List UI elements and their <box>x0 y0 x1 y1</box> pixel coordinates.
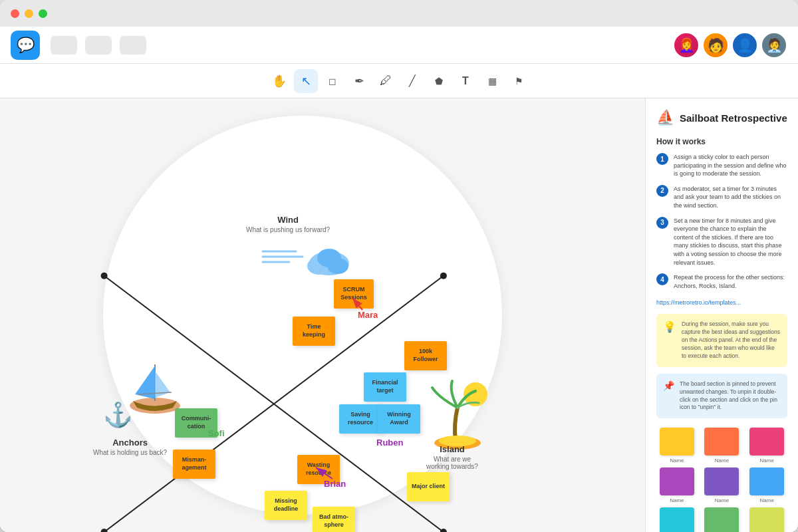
step-list: 1 Assign a sticky color to each person p… <box>656 153 787 290</box>
swatch-item-3[interactable]: Name <box>656 467 698 503</box>
name-ruben: Ruben <box>376 438 403 448</box>
avatar-3[interactable]: 👤 <box>732 32 758 59</box>
avatar-2[interactable]: 🧑 <box>702 32 729 59</box>
step-text-1: Assign a sticky color to each person par… <box>674 153 787 178</box>
app-header: 💬 👩‍🦰 🧑 👤 🧑‍💼 <box>0 27 798 64</box>
header-tab-1[interactable] <box>51 36 77 55</box>
side-panel: ⛵ Sailboat Retrospective How it works 1 … <box>645 98 798 532</box>
wind-label: Wind What is pushing us forward? <box>246 215 330 233</box>
tip-icon: 💡 <box>663 321 676 333</box>
step-text-3: Set a new timer for 8 minutes and give e… <box>674 217 787 267</box>
title-bar <box>0 0 798 27</box>
header-tab-3[interactable] <box>120 36 146 55</box>
step-4: 4 Repeat the process for the other secti… <box>656 273 787 290</box>
swatch-label-1: Name <box>715 458 729 464</box>
step-num-3: 3 <box>656 217 668 229</box>
swatch-color-1 <box>704 428 739 456</box>
app-window: 💬 👩‍🦰 🧑 👤 🧑‍💼 ✋ ↖ ◻ ✒ 🖊 ╱ ⬟ T ▦ ⚑ <box>0 0 798 532</box>
note-tool[interactable]: ⚑ <box>507 69 531 93</box>
panel-title: Sailboat Retrospective <box>680 112 787 124</box>
swatch-color-3 <box>660 467 694 495</box>
minimize-button[interactable] <box>25 9 33 18</box>
step-num-1: 1 <box>656 153 668 165</box>
avatar-4[interactable]: 🧑‍💼 <box>761 32 787 59</box>
pen-tool[interactable]: ✒ <box>347 69 371 93</box>
swatch-item-1[interactable]: Name <box>702 428 743 464</box>
swatch-color-6 <box>660 507 694 532</box>
swatch-label-4: Name <box>715 497 729 503</box>
sticky-tool[interactable]: ▦ <box>480 69 504 93</box>
avatar-1[interactable]: 👩‍🦰 <box>673 32 700 59</box>
text-tool[interactable]: T <box>454 69 477 93</box>
swatch-label-3: Name <box>670 497 684 503</box>
swatch-label-0: Name <box>670 458 684 464</box>
name-brian: Brian <box>324 479 346 489</box>
swatch-color-4 <box>704 467 739 495</box>
hand-tool[interactable]: ✋ <box>267 69 291 93</box>
header-tabs <box>51 36 662 55</box>
sticky-misman[interactable]: Misman-agement <box>173 450 215 479</box>
anchors-label: Anchors What is holding us back? <box>93 438 167 456</box>
tip-text: During the session, make sure you captur… <box>682 321 781 360</box>
swatch-item-6[interactable]: Name <box>656 507 698 532</box>
shape-tool[interactable]: ⬟ <box>427 69 451 93</box>
header-tab-2[interactable] <box>85 36 112 55</box>
step-text-2: As moderator, set a timer for 3 minutes … <box>674 185 787 210</box>
svg-point-5 <box>440 529 447 532</box>
swatch-color-5 <box>749 467 784 495</box>
svg-point-12 <box>317 249 341 267</box>
sticky-financial[interactable]: Financial target <box>364 372 406 402</box>
main-content: Wind What is pushing us forward? <box>0 98 798 532</box>
marker-tool[interactable]: 🖊 <box>374 69 398 93</box>
step-3: 3 Set a new timer for 8 minutes and give… <box>656 217 787 267</box>
panel-icon: ⛵ <box>656 109 674 126</box>
sticky-winning[interactable]: Winning Award <box>378 404 420 434</box>
sticky-major[interactable]: Major client <box>407 472 450 501</box>
cloud-illustration <box>259 238 352 281</box>
swatch-color-2 <box>749 428 784 456</box>
swatch-color-0 <box>660 428 694 456</box>
sticky-missing[interactable]: Missing deadline <box>265 491 307 520</box>
learn-more-link[interactable]: https://metroretro.io/templates... <box>656 299 787 306</box>
header-avatars: 👩‍🦰 🧑 👤 🧑‍💼 <box>673 32 787 59</box>
swatch-color-8 <box>749 507 784 532</box>
step-text-4: Repeat the process for the other section… <box>674 273 787 290</box>
name-sofi: Sofi <box>208 428 225 438</box>
panel-header: ⛵ Sailboat Retrospective <box>656 109 787 126</box>
canvas-area[interactable]: Wind What is pushing us forward? <box>0 98 645 532</box>
sticky-time[interactable]: Time keeping <box>293 317 335 346</box>
swatch-item-4[interactable]: Name <box>702 467 743 503</box>
eraser-tool[interactable]: ◻ <box>321 69 344 93</box>
maximize-button[interactable] <box>39 9 47 18</box>
tip-box: 💡 During the session, make sure you capt… <box>656 314 787 366</box>
swatch-item-8[interactable]: Name <box>746 507 787 532</box>
step-num-4: 4 <box>656 273 668 285</box>
sticky-scrum[interactable]: SCRUM Sessions <box>334 279 374 309</box>
swatch-label-5: Name <box>759 497 773 503</box>
close-button[interactable] <box>11 9 19 18</box>
sticky-bad[interactable]: Bad atmo-sphere <box>313 507 355 532</box>
swatches-grid: NameNameNameNameNameNameNameNameName <box>656 428 787 532</box>
step-num-2: 2 <box>656 185 668 197</box>
swatch-item-2[interactable]: Name <box>746 428 787 464</box>
how-it-works-title: How it works <box>656 137 787 146</box>
line-tool[interactable]: ╱ <box>400 69 424 93</box>
app-logo: 💬 <box>11 31 40 60</box>
info-icon: 📌 <box>663 380 674 391</box>
sticky-saving[interactable]: Saving resource <box>339 404 382 434</box>
step-1: 1 Assign a sticky color to each person p… <box>656 153 787 178</box>
swatch-item-0[interactable]: Name <box>656 428 698 464</box>
island-illustration <box>426 378 492 454</box>
swatch-item-5[interactable]: Name <box>746 467 787 503</box>
swatch-item-7[interactable]: Name <box>702 507 743 532</box>
sticky-100k[interactable]: 100k Follower <box>404 341 447 370</box>
anchor-illustration: ⚓ <box>103 401 133 429</box>
island-label: Island What are we working towards? <box>426 444 479 470</box>
step-2: 2 As moderator, set a timer for 3 minute… <box>656 185 787 210</box>
select-tool[interactable]: ↖ <box>294 69 318 93</box>
info-box: 📌 The board section is pinned to prevent… <box>656 374 787 419</box>
logo-icon: 💬 <box>17 37 35 54</box>
swatch-color-7 <box>704 507 739 532</box>
info-text: The board section is pinned to prevent u… <box>680 380 781 412</box>
name-mara: Mara <box>358 310 378 320</box>
